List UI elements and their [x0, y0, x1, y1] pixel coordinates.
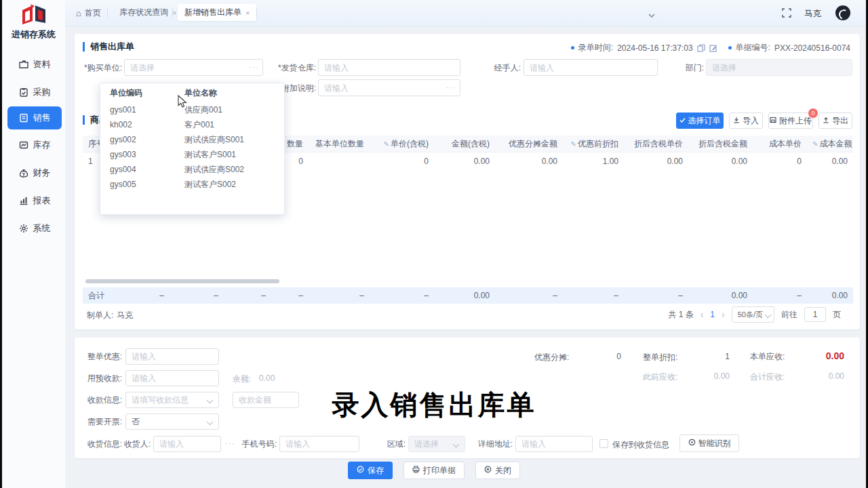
attachment-badge: 0 [808, 108, 818, 118]
sidebar-item-inventory[interactable]: 库存 [7, 134, 62, 157]
mouse-cursor [178, 95, 188, 111]
whole-discount-value: 1 [705, 352, 730, 361]
page-size-select[interactable]: 50条/页 [732, 306, 774, 323]
picker-ellipsis-icon[interactable]: ··· [446, 79, 456, 96]
finance-icon [19, 168, 28, 178]
sales-icon [19, 113, 28, 123]
chevron-down-icon [453, 441, 460, 448]
col-header: ✎成本金额 [807, 136, 853, 152]
warehouse-input[interactable] [318, 59, 460, 76]
note-field[interactable]: ··· [318, 79, 460, 96]
tab-label: 库存状况查询 [119, 7, 168, 18]
upload-icon [823, 116, 829, 125]
dropdown-option[interactable]: gys001 供应商001 [100, 102, 284, 117]
doc-no-label: 单据编号: [736, 42, 770, 54]
close-button[interactable]: 关闭 [475, 462, 520, 479]
previous-due-label: 此前应收: [643, 371, 677, 383]
unit-name: 测试客户S002 [184, 179, 284, 190]
dropdown-option[interactable]: gys004 测试供应商S002 [100, 162, 284, 177]
print-button[interactable]: 打印单据 [403, 462, 465, 479]
horizontal-scrollbar-thumb[interactable] [85, 279, 279, 283]
col-header: 优惠分摊金额 [495, 136, 563, 152]
circle-check-icon [357, 466, 364, 475]
scan-icon [688, 439, 696, 448]
export-button[interactable]: 导出 [818, 113, 852, 129]
buyer-input[interactable] [124, 59, 263, 76]
note-input[interactable] [318, 79, 460, 96]
sidebar-item-system[interactable]: 系统 [7, 217, 62, 240]
warehouse-label: *发货仓库: [274, 60, 316, 77]
handler-input[interactable] [524, 59, 658, 76]
fullscreen-icon[interactable] [782, 8, 791, 20]
total-cell: 合计 [83, 287, 110, 304]
close-tab-icon[interactable]: × [245, 9, 250, 17]
dept-field[interactable] [706, 59, 852, 76]
address-input[interactable] [515, 436, 593, 452]
totals-row: 合计 – – – – – – 0.00 – – – 0.00 – 0.00 [83, 287, 853, 304]
phone-field[interactable] [279, 436, 359, 453]
cell: 0 [370, 152, 434, 171]
address-field[interactable] [515, 436, 593, 453]
avatar[interactable] [835, 5, 850, 20]
dropdown-option[interactable]: gys003 测试客户S001 [100, 147, 284, 162]
buyer-field[interactable]: ··· [124, 59, 263, 76]
total-count: 共 1 条 [668, 309, 693, 321]
footer-actions: 保存 打印单据 关闭 [0, 462, 868, 479]
receiver-field[interactable] [153, 436, 221, 453]
dropdown-option[interactable]: gys002 测试供应商S001 [100, 132, 284, 147]
sidebar-item-sales[interactable]: 销售 [7, 106, 62, 129]
doc-no-value: PXX-20240516-0074 [774, 43, 850, 53]
current-page[interactable]: 1 [710, 310, 715, 319]
dept-input[interactable] [706, 59, 852, 76]
save-delivery-label: 保存到收货信息 [612, 439, 669, 451]
order-discount-input[interactable] [125, 348, 219, 365]
copy-icon[interactable] [697, 44, 705, 52]
page-size-value: 50条/页 [738, 310, 763, 320]
purchase-icon [19, 87, 28, 97]
goto-page-input[interactable] [804, 307, 826, 322]
dropdown-option[interactable]: gys005 测试客户S002 [100, 177, 284, 192]
prepay-field[interactable] [125, 370, 219, 387]
prepay-input[interactable] [125, 370, 219, 386]
import-button[interactable]: 导入 [729, 113, 763, 129]
total-cell: – [309, 287, 370, 304]
button-label: 导出 [832, 115, 848, 127]
save-button[interactable]: 保存 [348, 462, 393, 479]
order-discount-field[interactable] [125, 348, 219, 365]
picker-ellipsis-icon[interactable]: ··· [225, 439, 235, 447]
picker-ellipsis-icon[interactable]: ··· [249, 59, 258, 76]
sidebar-item-data[interactable]: 资料 [7, 53, 62, 76]
save-delivery-checkbox[interactable] [599, 439, 608, 448]
total-cell: – [753, 287, 807, 304]
sidebar-item-label: 库存 [33, 139, 51, 151]
col-header: 折后含税金额 [688, 136, 753, 152]
phone-input[interactable] [279, 436, 359, 452]
username[interactable]: 马克 [804, 8, 821, 20]
cell: 0 [753, 152, 807, 171]
select-order-button[interactable]: 选择订单 [676, 113, 724, 129]
tab-new-sales-outbound[interactable]: 新增销售出库单 × [178, 4, 256, 21]
attachment-upload-button[interactable]: 附件上传 [768, 113, 813, 129]
next-page-icon[interactable]: › [722, 309, 725, 320]
folder-icon [19, 60, 28, 69]
total-cell: 0.00 [434, 287, 495, 304]
sidebar-item-report[interactable]: 报表 [7, 189, 62, 212]
sidebar-item-purchase[interactable]: 采购 [7, 81, 62, 104]
smart-recognize-button[interactable]: 智能识别 [679, 434, 739, 452]
region-select[interactable]: 请选择 [408, 436, 465, 452]
cell: 1.00 [563, 152, 624, 171]
phone-label: 手机号码: [237, 436, 277, 453]
total-cell: – [624, 287, 688, 304]
prev-page-icon[interactable]: ‹ [701, 309, 704, 320]
printer-icon [412, 466, 420, 475]
edit-icon[interactable] [709, 44, 717, 52]
receiver-input[interactable] [153, 436, 221, 452]
sidebar-item-finance[interactable]: 财务 [7, 161, 62, 184]
warehouse-field[interactable] [318, 59, 460, 76]
home-tab[interactable]: ⌂ 首页 [76, 0, 101, 26]
total-cell: – [495, 287, 563, 304]
dropdown-option[interactable]: kh002 客户001 [100, 117, 284, 132]
handler-field[interactable] [524, 59, 658, 76]
tabs-chevron-down-icon[interactable] [648, 9, 655, 21]
previous-due-value: 0.00 [698, 371, 730, 381]
